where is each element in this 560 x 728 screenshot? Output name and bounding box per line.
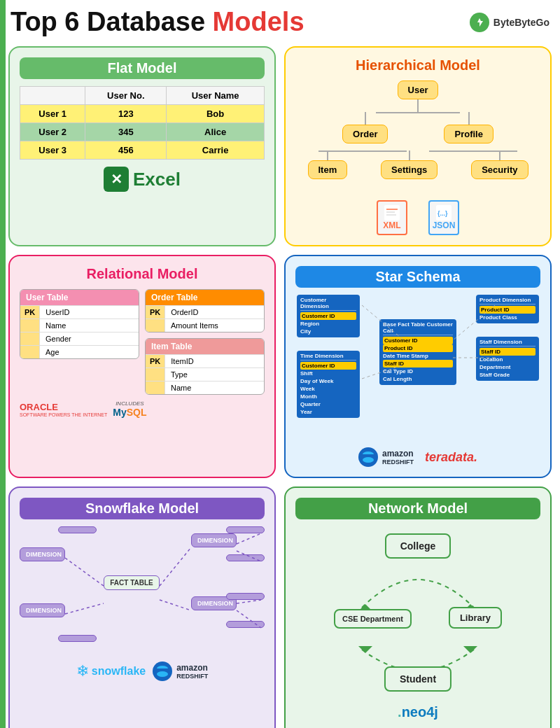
student-node: Student	[384, 666, 451, 692]
fact-table-box: FACT TABLE	[104, 575, 160, 590]
item-table: Item Table PK ItemID Type Name	[145, 338, 265, 395]
amazon-product-2: REDSHIFT	[176, 673, 208, 680]
sub-dim-5	[58, 526, 97, 533]
svg-line-19	[237, 600, 261, 603]
page-header: Top 6 Database Models ByteByteGo	[0, 0, 560, 41]
row-name: Carrie	[167, 141, 265, 160]
fact-table-title: Base Fact Table Customer Call	[383, 321, 453, 335]
excel-text: Excel	[133, 169, 181, 190]
college-node: College	[385, 533, 451, 559]
svg-line-15	[160, 547, 191, 586]
customer-dim-title: Customer Dimension	[300, 297, 356, 311]
fact-caltype: Cal Type ID	[383, 368, 453, 375]
city-row: City	[300, 328, 356, 335]
pk-empty	[20, 319, 40, 332]
network-diagram: College CSE Department Library	[295, 526, 540, 727]
time-customer-id: Customer ID	[300, 362, 356, 370]
network-model-card: Network Model College CSE Department	[284, 486, 552, 728]
table-row: PK ItemID	[146, 354, 264, 368]
json-file-icon: {...} JSON	[428, 200, 459, 235]
hier-node-security: Security	[471, 160, 528, 179]
staff-grade: Staff Grade	[479, 371, 536, 379]
pk-empty	[146, 382, 165, 394]
relational-layout: User Table PK UserID Name Gender	[20, 289, 265, 395]
flat-table-header-empty	[20, 87, 85, 105]
star-schema-title: Star Schema	[295, 266, 540, 288]
staff-dim-title: Staff Dimension	[479, 339, 536, 346]
snowflake-text: snowflake	[92, 665, 146, 678]
staff-id-row: Staff ID	[479, 348, 536, 356]
row-number: 123	[85, 105, 167, 123]
snowflake-model-title: Snowflake Model	[20, 498, 265, 519]
pk-badge: PK	[20, 306, 40, 318]
mysql-logo: INCLUDES MySQL	[113, 400, 146, 418]
row-label: User 3	[20, 141, 85, 160]
pk-empty	[20, 346, 40, 358]
network-connections: CSE Department Library	[327, 566, 509, 636]
product-class-row: Product Class	[479, 314, 536, 321]
xml-box: XML	[377, 200, 407, 235]
pk-empty	[146, 319, 165, 332]
amazon-text: amazon REDSHIFT	[382, 449, 414, 465]
oracle-logo: ORACLE SOFTWARE POWERS THE INTERNET	[20, 402, 107, 417]
time-dim-title: Time Dimension	[300, 353, 356, 360]
table-row: PK OrderID	[146, 305, 264, 318]
mysql-text: MySQL	[113, 407, 146, 418]
svg-point-23	[157, 671, 168, 677]
amazon-redshift-2: amazon REDSHIFT	[176, 663, 208, 680]
product-dim-title: Product Dimension	[479, 297, 536, 304]
table-row: Gender	[20, 332, 139, 345]
library-node: Library	[449, 607, 502, 629]
oracle-subtitle: SOFTWARE POWERS THE INTERNET	[20, 412, 107, 417]
teradata-logo: teradata.	[425, 450, 477, 465]
table-row: User 3 456 Carrie	[20, 141, 265, 160]
hier-file-icons: XML {...} JSON	[377, 200, 459, 235]
time-year: Year	[300, 408, 356, 416]
star-schema-card: Star Schema Customer Dimension Customer …	[284, 255, 552, 478]
time-week: Week	[300, 385, 356, 393]
row-number: 345	[85, 123, 167, 141]
pk-badge: PK	[146, 306, 165, 318]
svg-point-12	[363, 457, 374, 463]
hier-node-settings: Settings	[381, 160, 438, 179]
order-table-header: Order Table	[146, 290, 264, 305]
snowflake-model-card: Snowflake Model FACT TABLE DIMENSION DIM…	[8, 486, 276, 728]
sub-dim-2	[226, 554, 265, 561]
pk-badge: PK	[146, 355, 165, 368]
snowflake-brand: ❄ snowflake	[76, 662, 146, 680]
includes-label: INCLUDES	[115, 400, 144, 407]
star-logos: amazon REDSHIFT teradata.	[295, 447, 540, 467]
flat-model-title: Flat Model	[20, 57, 265, 79]
product-id-row: Product ID	[479, 306, 536, 314]
user-table-header: User Table	[20, 290, 139, 305]
snowflake-icon: ❄	[76, 662, 89, 680]
cell-name: Name	[40, 319, 139, 332]
snowflake-diagram: FACT TABLE DIMENSION DIMENSION DIMENSION…	[20, 526, 265, 656]
cell-userid: UserID	[40, 306, 139, 318]
time-shift: Shift	[300, 370, 356, 377]
staff-dept: Department	[479, 363, 536, 371]
table-row: Amount Items	[146, 318, 264, 332]
network-model-title: Network Model	[295, 498, 540, 519]
relational-model-card: Relational Model User Table PK UserID Na…	[8, 255, 276, 478]
customer-dimension: Customer Dimension Customer ID Region Ci…	[297, 295, 360, 337]
json-label: JSON	[433, 220, 456, 230]
item-table-header: Item Table	[146, 339, 264, 354]
row-name: Alice	[167, 123, 265, 141]
brand-name: ByteByteGo	[493, 17, 550, 28]
user-table-section: User Table PK UserID Name Gender	[20, 289, 139, 359]
oracle-text: ORACLE	[20, 402, 107, 412]
hier-level3: Item Settings Security	[308, 150, 528, 179]
table-row: Name	[146, 381, 264, 394]
json-box: {...} JSON	[428, 200, 459, 235]
flat-model-card: Flat Model User No. User Name User 1 123…	[8, 46, 276, 246]
sub-dim-4	[226, 621, 265, 628]
cell-tablename: Name	[165, 382, 264, 394]
svg-marker-26	[358, 646, 372, 653]
sub-dim-1	[226, 526, 265, 533]
brand-icon	[470, 13, 489, 32]
svg-marker-27	[463, 646, 477, 653]
fact-product-id: Product ID	[383, 344, 453, 352]
hier-node-profile: Profile	[444, 125, 493, 144]
amazon-db-icon	[358, 447, 378, 467]
